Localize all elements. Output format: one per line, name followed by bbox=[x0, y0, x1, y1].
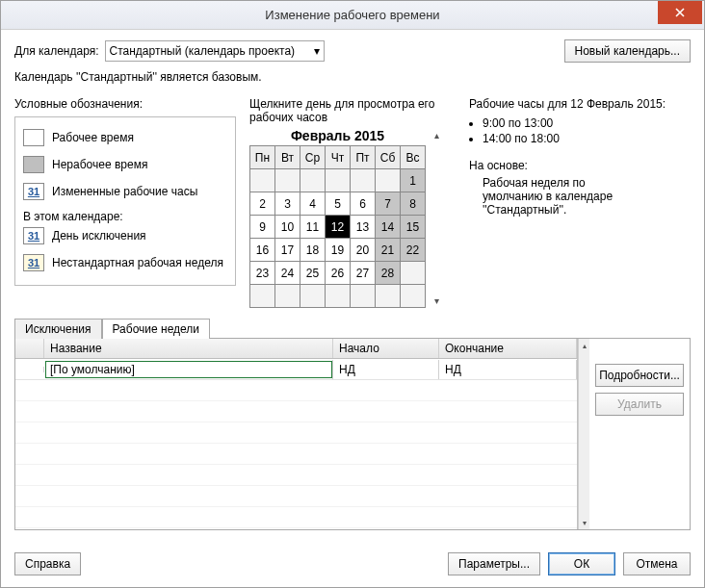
calendar-panel: Щелкните день для просмотра его рабочих … bbox=[249, 97, 452, 308]
nonstd-swatch-icon: 31 bbox=[23, 254, 44, 271]
options-button[interactable]: Параметры... bbox=[448, 552, 540, 575]
calendar-day[interactable]: 7 bbox=[376, 192, 401, 216]
window-title: Изменение рабочего времени bbox=[1, 8, 704, 22]
legend-header: Условные обозначения: bbox=[14, 97, 236, 111]
col-name[interactable]: Название bbox=[44, 339, 333, 358]
close-icon bbox=[675, 8, 685, 17]
details-button[interactable]: Подробности... bbox=[595, 364, 684, 387]
tab-exceptions[interactable]: Исключения bbox=[14, 319, 102, 339]
calendar-day[interactable]: 19 bbox=[326, 239, 351, 262]
col-start[interactable]: Начало bbox=[333, 339, 439, 358]
exception-swatch-icon: 31 bbox=[23, 227, 44, 244]
col-finish[interactable]: Окончание bbox=[439, 339, 577, 358]
calendar-day bbox=[401, 262, 426, 285]
calendar-day[interactable]: 8 bbox=[401, 192, 426, 216]
calendar-day[interactable]: 23 bbox=[250, 262, 275, 285]
legend-nonworking: Нерабочее время bbox=[52, 158, 147, 171]
calendar-day[interactable]: 26 bbox=[326, 262, 351, 285]
grid-body[interactable]: [По умолчанию]НДНД bbox=[15, 359, 577, 529]
calendar-day[interactable]: 2 bbox=[250, 192, 275, 216]
dialog-footer: Справка Параметры... ОК Отмена bbox=[14, 541, 691, 575]
calendar-day[interactable]: 1 bbox=[401, 169, 426, 192]
calendar-day[interactable]: 16 bbox=[250, 239, 275, 262]
help-button[interactable]: Справка bbox=[14, 552, 81, 575]
calendar-day bbox=[300, 285, 326, 308]
based-on-text: Рабочая неделя по умолчанию в календаре … bbox=[483, 176, 646, 217]
legend-exception: День исключения bbox=[52, 229, 146, 243]
calendar-day[interactable]: 4 bbox=[300, 192, 326, 216]
calendar-day bbox=[275, 169, 300, 192]
table-row[interactable]: [По умолчанию]НДНД bbox=[15, 359, 577, 380]
legend-num: 31 bbox=[24, 184, 43, 199]
working-swatch-icon bbox=[23, 129, 44, 146]
options-label: Параметры... bbox=[458, 557, 530, 571]
grid-scrollbar[interactable]: ▴ ▾ bbox=[578, 339, 589, 529]
detail-header: Рабочие часы для 12 Февраль 2015: bbox=[469, 97, 691, 111]
calendar-day bbox=[275, 285, 300, 308]
calendar-day[interactable]: 10 bbox=[275, 216, 300, 239]
row-handle[interactable] bbox=[15, 367, 44, 372]
scroll-down-icon[interactable]: ▾ bbox=[579, 516, 589, 529]
calendar-day[interactable]: 3 bbox=[275, 192, 300, 216]
calendar-scroll-up[interactable]: ▴ bbox=[434, 130, 439, 141]
tabs: Исключения Рабочие недели bbox=[14, 318, 691, 338]
calendar-selector-row: Для календаря: Стандартный (календарь пр… bbox=[14, 39, 691, 63]
working-hours-item: 14:00 по 18:00 bbox=[483, 132, 691, 145]
calendar-grid[interactable]: ПнВтСрЧтПтСбВс 1234567891011121314151617… bbox=[249, 145, 426, 308]
calendar-day[interactable]: 25 bbox=[300, 262, 326, 285]
calendar-hint: Щелкните день для просмотра его рабочих … bbox=[249, 97, 452, 124]
dialog-content: Для календаря: Стандартный (календарь пр… bbox=[1, 30, 704, 587]
calendar-day bbox=[250, 169, 275, 192]
ok-button[interactable]: ОК bbox=[548, 552, 615, 575]
help-label: Справка bbox=[25, 557, 70, 571]
cancel-button[interactable]: Отмена bbox=[623, 552, 691, 575]
calendar-day bbox=[326, 169, 351, 192]
calendar-day[interactable]: 21 bbox=[376, 239, 401, 262]
tab-panel: Название Начало Окончание [По умолчанию]… bbox=[14, 338, 691, 530]
cell-name[interactable]: [По умолчанию] bbox=[44, 360, 333, 379]
scroll-up-icon[interactable]: ▴ bbox=[579, 339, 589, 352]
calendar-day bbox=[401, 285, 426, 308]
based-on-label: На основе: bbox=[469, 159, 691, 172]
cell-finish[interactable]: НД bbox=[439, 360, 577, 379]
tab-workweeks[interactable]: Рабочие недели bbox=[102, 319, 211, 339]
calendar-day[interactable]: 13 bbox=[351, 216, 376, 239]
calendar-day[interactable]: 27 bbox=[351, 262, 376, 285]
close-button[interactable] bbox=[658, 1, 702, 24]
calendar-day bbox=[326, 285, 351, 308]
working-hours-item: 9:00 по 13:00 bbox=[483, 116, 691, 130]
calendar-scroll: ▴ ▾ bbox=[430, 128, 443, 308]
based-on-section: На основе: Рабочая неделя по умолчанию в… bbox=[469, 159, 691, 217]
calendar-scroll-down[interactable]: ▾ bbox=[434, 295, 439, 306]
cell-start[interactable]: НД bbox=[333, 360, 439, 379]
calendar-day bbox=[376, 285, 401, 308]
legend-subheader: В этом календаре: bbox=[23, 210, 227, 223]
calendar-dropdown[interactable]: Стандартный (календарь проекта) ▾ bbox=[105, 40, 325, 62]
legend-nonstd: Нестандартная рабочая неделя bbox=[52, 256, 223, 269]
delete-button[interactable]: Удалить bbox=[595, 393, 684, 416]
base-calendar-text: Календарь ''Стандартный'' является базов… bbox=[14, 70, 691, 84]
legend-working: Рабочее время bbox=[52, 131, 134, 144]
weekday-header: Пт bbox=[351, 146, 376, 169]
calendar-day[interactable]: 11 bbox=[300, 216, 326, 239]
calendar-day[interactable]: 22 bbox=[401, 239, 426, 262]
calendar-day[interactable]: 28 bbox=[376, 262, 401, 285]
new-calendar-button[interactable]: Новый календарь... bbox=[564, 39, 691, 63]
calendar-day[interactable]: 20 bbox=[351, 239, 376, 262]
legend-num-ex: 31 bbox=[24, 228, 43, 243]
for-calendar-label: Для календаря: bbox=[14, 44, 99, 58]
dialog-window: Изменение рабочего времени Для календаря… bbox=[0, 0, 705, 588]
calendar-day[interactable]: 15 bbox=[401, 216, 426, 239]
calendar-day[interactable]: 24 bbox=[275, 262, 300, 285]
calendar-day[interactable]: 9 bbox=[250, 216, 275, 239]
delete-label: Удалить bbox=[617, 397, 662, 411]
calendar-day[interactable]: 14 bbox=[376, 216, 401, 239]
calendar-day[interactable]: 18 bbox=[300, 239, 326, 262]
weekday-header: Вс bbox=[401, 146, 426, 169]
calendar-day[interactable]: 17 bbox=[275, 239, 300, 262]
calendar-day[interactable]: 6 bbox=[351, 192, 376, 216]
calendar-day bbox=[300, 169, 326, 192]
calendar-day bbox=[250, 285, 275, 308]
calendar-day[interactable]: 12 bbox=[326, 216, 351, 239]
calendar-day[interactable]: 5 bbox=[326, 192, 351, 216]
